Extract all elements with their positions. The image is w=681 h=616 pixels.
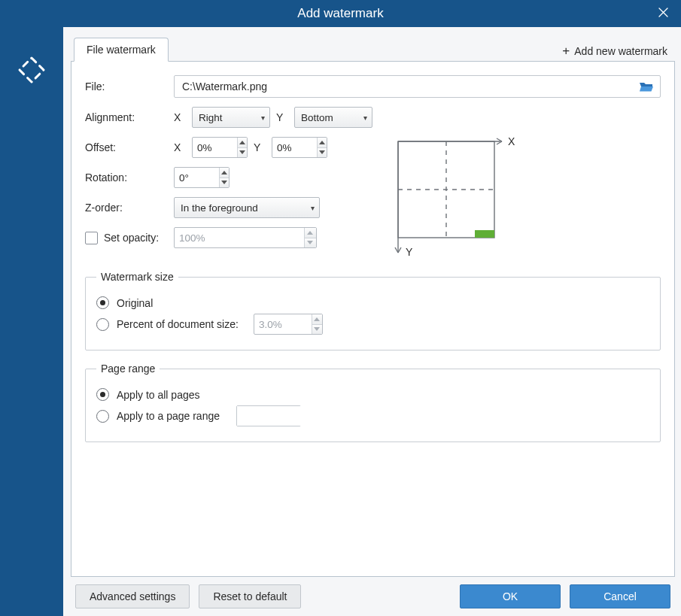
axis-y-label-2: Y (254, 141, 266, 153)
set-opacity-checkbox[interactable]: Set opacity: (85, 232, 159, 244)
tab-header: File watermark + Add new watermark (71, 35, 675, 62)
ok-label: OK (503, 590, 518, 602)
tab-label: File watermark (87, 44, 156, 56)
alignment-diagram: X Y (391, 107, 518, 262)
size-original-label: Original (117, 297, 153, 309)
zorder-select[interactable]: In the foreground ▾ (174, 197, 320, 218)
alignment-y-value: Bottom (301, 112, 333, 123)
browse-file-button[interactable] (633, 80, 654, 93)
svg-rect-5 (475, 230, 494, 238)
add-link-label: Add new watermark (574, 45, 667, 57)
radio-on-icon (96, 388, 109, 401)
advanced-settings-button[interactable]: Advanced settings (75, 584, 190, 608)
alignment-y-select[interactable]: Bottom ▾ (294, 107, 372, 128)
radio-on-icon (96, 296, 109, 309)
page-range-field[interactable] (236, 405, 301, 426)
step-up-button[interactable] (305, 228, 316, 238)
diagram-y-label: Y (406, 246, 413, 258)
radio-off-icon (96, 318, 109, 331)
size-original-radio[interactable]: Original (96, 296, 649, 309)
opacity-input (175, 228, 304, 247)
range-all-radio[interactable]: Apply to all pages (96, 388, 649, 401)
ok-button[interactable]: OK (460, 584, 561, 608)
set-opacity-label: Set opacity: (104, 232, 159, 244)
size-percent-radio[interactable]: Percent of document size: (96, 314, 649, 335)
file-field[interactable] (174, 75, 661, 98)
chevron-down-icon: ▾ (363, 114, 367, 122)
footer: Advanced settings Reset to default OK Ca… (71, 577, 675, 610)
advanced-settings-label: Advanced settings (90, 590, 175, 602)
reset-default-button[interactable]: Reset to default (199, 584, 301, 608)
chevron-down-icon: ▾ (261, 114, 265, 122)
axis-x-label: X (174, 111, 186, 123)
alignment-x-select[interactable]: Right ▾ (192, 107, 270, 128)
step-down-button[interactable] (312, 325, 322, 335)
offset-y-stepper[interactable] (272, 137, 327, 158)
add-new-watermark-link[interactable]: + Add new watermark (562, 44, 667, 57)
size-percent-stepper[interactable] (254, 314, 323, 335)
tab-page: File: (71, 62, 675, 577)
zorder-label: Z-order: (85, 202, 174, 214)
page-range-input[interactable] (237, 406, 309, 426)
cancel-button[interactable]: Cancel (570, 584, 670, 608)
file-input[interactable] (181, 80, 633, 93)
watermark-size-group: Watermark size Original Percent of docum… (85, 271, 661, 350)
file-label: File: (85, 80, 174, 93)
chevron-down-icon: ▾ (311, 204, 315, 212)
reset-default-label: Reset to default (213, 590, 287, 602)
folder-open-icon (639, 80, 654, 93)
step-up-button[interactable] (220, 168, 229, 178)
radio-off-icon (96, 410, 109, 423)
diagram-x-label: X (508, 135, 515, 147)
rotation-label: Rotation: (85, 171, 174, 184)
rotation-input[interactable] (175, 168, 219, 187)
step-down-button[interactable] (318, 148, 327, 158)
page-range-group: Page range Apply to all pages Apply to a… (85, 363, 661, 442)
zorder-value: In the foreground (181, 202, 258, 214)
step-down-button[interactable] (238, 148, 247, 158)
alignment-x-value: Right (199, 112, 223, 123)
close-icon (658, 8, 668, 20)
offset-x-input[interactable] (193, 138, 237, 157)
brand-sidebar (0, 27, 63, 616)
range-range-label: Apply to a page range (117, 410, 220, 422)
step-up-button[interactable] (318, 138, 327, 148)
range-all-label: Apply to all pages (117, 389, 200, 401)
step-down-button[interactable] (220, 178, 229, 188)
step-down-button[interactable] (305, 238, 316, 248)
step-up-button[interactable] (238, 138, 247, 148)
tab-file-watermark[interactable]: File watermark (74, 38, 169, 62)
plus-icon: + (562, 44, 570, 57)
app-logo-icon (17, 56, 46, 616)
axis-x-label-2: X (174, 141, 186, 153)
opacity-stepper[interactable] (174, 227, 317, 248)
step-up-button[interactable] (312, 314, 322, 325)
titlebar: Add watermark (0, 0, 681, 27)
size-percent-input (254, 314, 312, 334)
range-range-radio[interactable]: Apply to a page range (96, 405, 649, 426)
alignment-label: Alignment: (85, 111, 174, 123)
cancel-label: Cancel (603, 590, 637, 602)
window-title: Add watermark (0, 0, 681, 27)
axis-y-label: Y (276, 111, 288, 123)
checkbox-icon (85, 232, 98, 244)
offset-x-stepper[interactable] (192, 137, 248, 158)
close-button[interactable] (645, 0, 681, 27)
offset-label: Offset: (85, 141, 174, 153)
size-percent-label: Percent of document size: (117, 318, 239, 330)
watermark-size-legend: Watermark size (96, 271, 178, 283)
page-range-legend: Page range (96, 363, 160, 375)
rotation-stepper[interactable] (174, 167, 230, 188)
offset-y-input[interactable] (272, 138, 317, 157)
